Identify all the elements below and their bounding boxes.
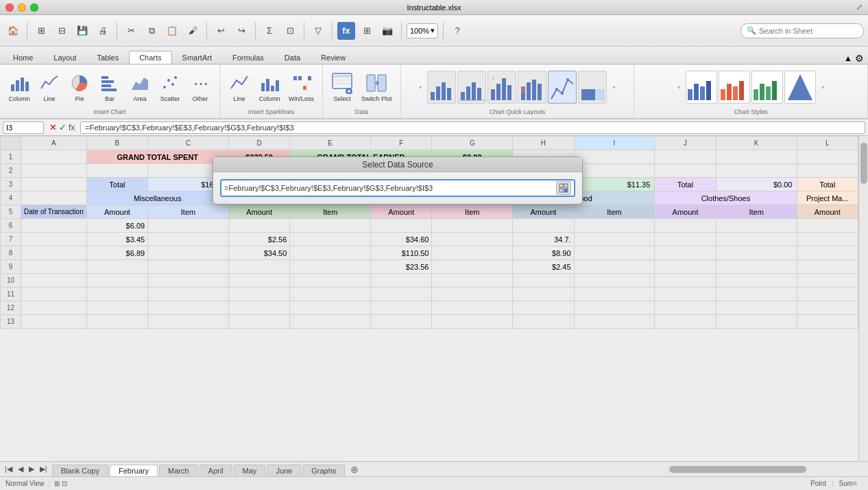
cell-h8[interactable]: $8.90 <box>513 246 574 260</box>
sparkline-line-button[interactable]: Line <box>226 71 253 104</box>
filter-icon[interactable]: ▽ <box>309 22 327 40</box>
cell-b8[interactable]: $6.89 <box>86 246 147 260</box>
sparkline-column-button[interactable]: Column <box>256 71 283 104</box>
cell-l12[interactable] <box>797 301 858 315</box>
cell-b9[interactable] <box>86 260 147 274</box>
cell-i11[interactable] <box>574 288 655 301</box>
cell-l5-amount[interactable]: Amount <box>797 205 858 219</box>
cell-bc1-grand-total-spent[interactable]: GRAND TOTAL SPENT <box>86 150 228 164</box>
cell-g10[interactable] <box>432 274 513 288</box>
column-chart-button[interactable]: Column <box>5 71 33 104</box>
redo-icon[interactable]: ↪ <box>232 22 250 40</box>
expand-button[interactable]: ⤢ <box>856 3 863 12</box>
grid-view-icon[interactable]: ⊞ <box>54 480 60 487</box>
tab-smartart[interactable]: SmartArt <box>172 51 222 64</box>
cell-k2[interactable] <box>716 164 797 178</box>
cell-f11[interactable] <box>371 288 432 301</box>
search-box[interactable]: 🔍 <box>740 23 864 38</box>
cell-k3-amount[interactable]: $0.00 <box>716 178 797 191</box>
formula-input[interactable]: =February!$C$3,February!$E$3,February!$G… <box>80 121 865 134</box>
sheet-last-button[interactable]: ▶| <box>38 464 49 474</box>
cell-d12[interactable] <box>228 301 289 315</box>
tab-tables[interactable]: Tables <box>86 51 129 64</box>
formula-range-text[interactable]: =February!$C$3,February!$E$3,February!$G… <box>224 184 556 192</box>
cell-b7[interactable]: $3.45 <box>86 233 147 246</box>
cell-h9[interactable]: $2.45 <box>513 260 574 274</box>
cell-k7[interactable] <box>716 233 797 246</box>
switch-plot-button[interactable]: Switch Plot <box>359 71 395 104</box>
layout-thumb-1[interactable] <box>427 71 456 104</box>
cell-l2[interactable] <box>797 164 858 178</box>
normal-view-label[interactable]: Normal View <box>5 480 45 487</box>
zoom-control[interactable]: 100% ▾ <box>407 23 438 38</box>
cell-i2[interactable] <box>574 164 655 178</box>
cell-j10[interactable] <box>655 274 716 288</box>
cell-g11[interactable] <box>432 288 513 301</box>
cell-g13[interactable] <box>432 315 513 329</box>
cell-i12[interactable] <box>574 301 655 315</box>
format-painter-icon[interactable]: 🖌 <box>184 22 202 40</box>
search-input[interactable] <box>759 27 855 35</box>
cell-l10[interactable] <box>797 274 858 288</box>
cell-a9[interactable] <box>21 260 87 274</box>
col-header-f[interactable]: F <box>371 137 432 150</box>
cell-k11[interactable] <box>716 288 797 301</box>
cell-c7[interactable] <box>148 233 229 246</box>
cell-bc4-misc[interactable]: Miscellaneous <box>86 191 228 205</box>
cell-e8[interactable] <box>290 246 371 260</box>
prev-styles-button[interactable]: ‹ <box>673 84 684 91</box>
cell-c8[interactable] <box>148 246 229 260</box>
sheets-icon[interactable]: ⊟ <box>53 22 71 40</box>
cell-d9[interactable] <box>228 260 289 274</box>
other-chart-button[interactable]: ⋯ Other <box>186 71 214 104</box>
cell-i9[interactable] <box>574 260 655 274</box>
line-chart-button[interactable]: Line <box>36 71 63 104</box>
print-icon[interactable]: 🖨 <box>94 22 112 40</box>
cell-l6[interactable] <box>797 219 858 233</box>
cell-k9[interactable] <box>716 260 797 274</box>
cell-c10[interactable] <box>148 274 229 288</box>
style-thumb-4[interactable] <box>784 71 816 104</box>
cell-h7[interactable]: 34.7. <box>513 233 574 246</box>
cell-e7[interactable] <box>290 233 371 246</box>
tab-home[interactable]: Home <box>3 51 43 64</box>
cell-e6[interactable] <box>290 219 371 233</box>
cell-l3-total[interactable]: Total <box>797 178 858 191</box>
cell-j6[interactable] <box>655 219 716 233</box>
formula-cancel-icon[interactable]: ✕ <box>49 122 57 132</box>
cell-b3-total[interactable]: Total <box>86 178 147 191</box>
cell-j11[interactable] <box>655 288 716 301</box>
cell-g7[interactable] <box>432 233 513 246</box>
cell-h13[interactable] <box>513 315 574 329</box>
cell-i3-amount[interactable]: $11.35 <box>574 178 655 191</box>
sheet-tab-march[interactable]: March <box>159 465 198 476</box>
sheet-first-button[interactable]: |◀ <box>3 464 14 474</box>
cell-b10[interactable] <box>86 274 147 288</box>
next-styles-button[interactable]: › <box>817 84 828 91</box>
cell-a7[interactable] <box>21 233 87 246</box>
cell-b5-amount[interactable]: Amount <box>86 205 147 219</box>
layout-thumb-5[interactable] <box>548 71 577 104</box>
cell-b11[interactable] <box>86 288 147 301</box>
cell-g5-item[interactable]: Item <box>432 205 513 219</box>
function-icon[interactable]: fx <box>337 22 355 40</box>
cell-f12[interactable] <box>371 301 432 315</box>
horizontal-scroll-thumb[interactable] <box>669 466 806 473</box>
cell-j9[interactable] <box>655 260 716 274</box>
col-header-c[interactable]: C <box>148 137 229 150</box>
formula-function-icon[interactable]: fx <box>69 123 75 132</box>
prev-layouts-button[interactable]: ‹ <box>415 84 426 91</box>
maximize-button[interactable] <box>30 3 38 12</box>
cell-c5-item[interactable]: Item <box>148 205 229 219</box>
cell-i13[interactable] <box>574 315 655 329</box>
cell-i1[interactable] <box>574 150 655 164</box>
cut-icon[interactable]: ✂ <box>122 22 140 40</box>
cell-i8[interactable] <box>574 246 655 260</box>
cell-h12[interactable] <box>513 301 574 315</box>
sheet-tab-blank-copy[interactable]: Blank Copy <box>52 465 108 476</box>
cell-d13[interactable] <box>228 315 289 329</box>
tab-data[interactable]: Data <box>274 51 311 64</box>
cell-b12[interactable] <box>86 301 147 315</box>
cell-a12[interactable] <box>21 301 87 315</box>
close-button[interactable] <box>5 3 14 12</box>
